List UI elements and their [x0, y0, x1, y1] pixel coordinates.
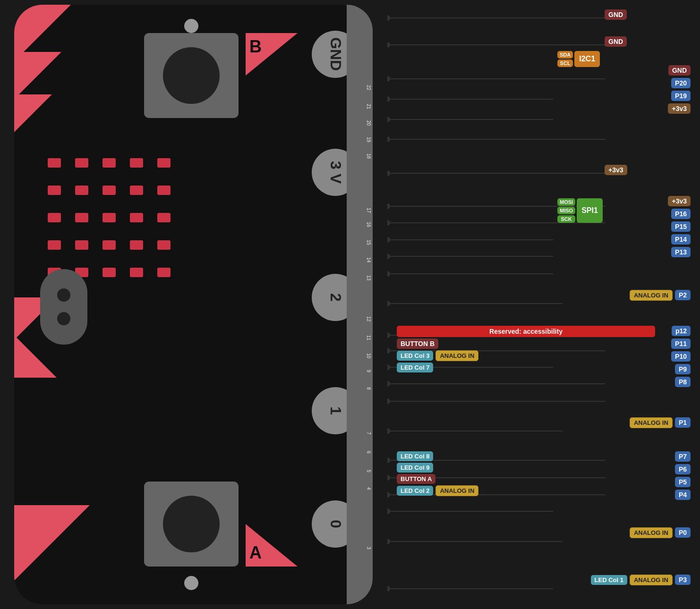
board-area: B A: [0, 0, 387, 609]
svg-point-47: [387, 539, 390, 544]
svg-point-7: [387, 96, 390, 102]
button-a-label: A: [249, 543, 262, 563]
svg-point-15: [387, 203, 390, 209]
display-inner: [163, 47, 220, 104]
badge-p12: p12: [672, 326, 691, 336]
row-3v3-2: +3v3: [605, 165, 695, 175]
led-1: [48, 158, 61, 168]
badge-p16: P16: [671, 209, 691, 219]
badge-p0: P0: [675, 527, 691, 538]
badge-analog-p10: ANALOG IN: [435, 350, 478, 361]
oval-circle-top: [57, 288, 70, 302]
bottom-hole: [184, 576, 198, 590]
badge-gnd-1: GND: [605, 9, 627, 20]
badge-p10: P10: [671, 351, 691, 362]
badge-analog-p3: ANALOG IN: [630, 575, 673, 585]
led-17: [75, 240, 88, 250]
badge-3v3-2: +3v3: [605, 165, 627, 175]
badge-led-col3: LED Col 3: [397, 351, 433, 361]
svg-point-25: [387, 301, 390, 306]
badge-p2: P2: [675, 290, 691, 300]
svg-point-3: [387, 42, 390, 48]
led-19: [130, 240, 143, 250]
badge-button-b: BUTTON B: [397, 338, 438, 349]
badge-p11: P11: [671, 338, 691, 349]
pin-num-10: 10: [366, 353, 371, 358]
led-25: [157, 268, 171, 277]
badge-spi: SPI1: [577, 198, 603, 223]
deco-triangle-5: [14, 335, 57, 378]
pin-num-13: 13: [366, 275, 371, 280]
hole-0-label: 0: [327, 520, 344, 528]
led-9: [130, 186, 143, 195]
badge-p8: P8: [675, 377, 691, 387]
button-b-area: B: [246, 33, 307, 80]
pin-num-20: 20: [366, 120, 371, 126]
led-5: [157, 158, 171, 168]
pin-num-4: 4: [366, 487, 371, 490]
pin-num-15: 15: [366, 240, 371, 245]
svg-point-27: [387, 332, 390, 338]
svg-point-23: [387, 271, 390, 277]
pin-num-6: 6: [366, 451, 371, 454]
badge-gnd-3: GND: [668, 65, 691, 76]
pin-num-22: 22: [366, 85, 371, 90]
svg-point-37: [387, 428, 390, 434]
pin-strip: 22 21 20 19 18 17 16 15 14 13 12 11 10 9…: [347, 5, 373, 604]
led-15: [157, 213, 171, 222]
main-container: B A: [0, 0, 700, 609]
badge-reserved: Reserved: accessibility: [397, 326, 655, 337]
svg-point-49: [387, 586, 390, 592]
badge-p14: P14: [671, 234, 691, 245]
svg-point-5: [387, 76, 390, 82]
pin-num-3: 3: [366, 547, 371, 550]
deco-triangle-3: [14, 94, 52, 132]
svg-point-21: [387, 254, 390, 259]
badge-p20: P20: [671, 78, 691, 88]
badge-p6: P6: [675, 464, 691, 474]
badge-i2c: I2C1: [574, 51, 600, 67]
oval-button[interactable]: [40, 269, 87, 345]
badge-sck: SCK: [557, 215, 575, 223]
led-14: [130, 213, 143, 222]
row-gnd-top: GND: [605, 9, 695, 20]
badge-analog-p2: ANALOG IN: [630, 290, 673, 301]
badge-mosi: MOSI: [557, 198, 575, 206]
badge-p7: P7: [675, 451, 691, 462]
led-20: [157, 240, 171, 250]
badge-p19: P19: [671, 91, 691, 101]
pin-num-5: 5: [366, 470, 371, 473]
top-hole: [184, 19, 198, 33]
badge-p5: P5: [675, 477, 691, 487]
led-grid: [43, 151, 176, 284]
pin-num-17: 17: [366, 208, 371, 213]
led-6: [48, 186, 61, 195]
hole-2-label: 2: [327, 293, 344, 302]
badge-p1: P1: [675, 417, 691, 428]
bottom-inner: [163, 496, 220, 552]
badge-miso: MISO: [557, 207, 575, 214]
badge-p4: P4: [675, 490, 691, 500]
badge-3v3-3: +3v3: [668, 196, 691, 206]
led-23: [102, 268, 116, 277]
pin-num-21: 21: [366, 104, 371, 109]
bottom-module: [144, 482, 239, 567]
badge-3v3-1: +3v3: [668, 103, 691, 114]
connector-lines-svg: [387, 0, 700, 609]
led-12: [75, 213, 88, 222]
badge-p15: P15: [671, 221, 691, 232]
badge-led-col7: LED Col 7: [397, 363, 433, 372]
badge-led-col9: LED Col 9: [397, 463, 433, 473]
badge-gnd-2: GND: [605, 36, 627, 47]
svg-point-35: [387, 398, 390, 404]
hole-1-label: 1: [327, 406, 344, 415]
svg-point-31: [387, 364, 390, 370]
svg-point-43: [387, 492, 390, 498]
svg-point-9: [387, 117, 390, 122]
svg-point-13: [387, 170, 390, 176]
pin-num-19: 19: [366, 137, 371, 142]
deco-triangle-6: [14, 505, 90, 581]
badge-led-col2: LED Col 2: [397, 486, 433, 496]
badge-analog-p4: ANALOG IN: [435, 485, 478, 496]
pin-num-11: 11: [366, 335, 371, 340]
